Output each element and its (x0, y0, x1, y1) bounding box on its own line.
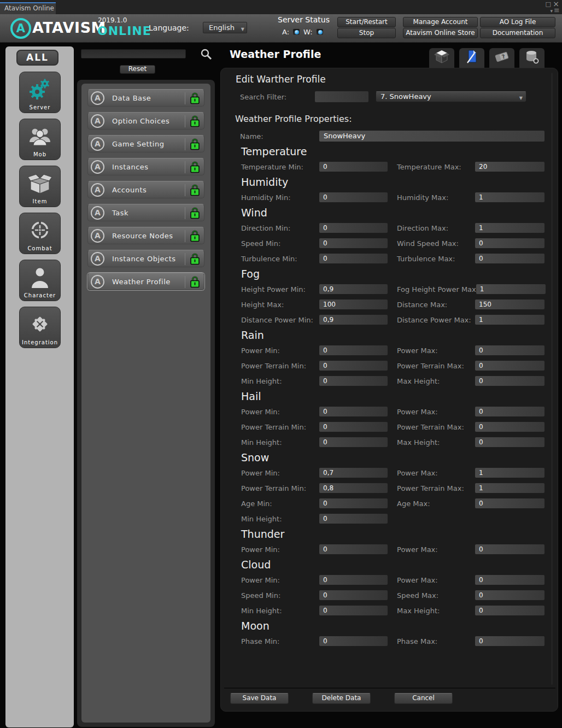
field-input[interactable]: 1 (475, 468, 545, 478)
module-item[interactable]: AInstance Objects (87, 250, 204, 267)
save-data-button[interactable]: Save Data (230, 693, 289, 704)
properties-title: Weather Profile Properties: (235, 114, 352, 124)
field-input[interactable]: 1 (475, 483, 545, 493)
sidebar-item-combat[interactable]: Combat (19, 213, 61, 254)
chevron-down-icon[interactable] (550, 7, 553, 14)
field-input[interactable]: 0 (319, 575, 388, 585)
sidebar-item-integration[interactable]: Integration (19, 307, 61, 348)
field-input[interactable]: 0 (475, 238, 545, 248)
tab-edit[interactable] (459, 48, 484, 68)
field-input[interactable]: 0 (319, 254, 388, 263)
field-input[interactable]: 0 (475, 544, 545, 554)
indicator-w-light[interactable] (316, 28, 324, 36)
field-input[interactable]: 0,9 (319, 284, 388, 294)
profile-select[interactable]: 7. SnowHeavy (376, 91, 526, 102)
field-input[interactable]: 0 (319, 162, 388, 172)
field-input[interactable]: 0 (319, 590, 388, 600)
field-input[interactable]: 0,7 (319, 468, 388, 478)
form-row: Power Min:0Power Max:0 (221, 343, 559, 358)
field-input[interactable]: 0 (475, 636, 545, 646)
module-item[interactable]: AInstances (87, 158, 204, 175)
sidebar-item-character[interactable]: Character (19, 260, 61, 301)
module-item[interactable]: AResource Nodes (87, 227, 204, 244)
field-input[interactable]: 0,8 (319, 483, 388, 493)
tab-data[interactable] (519, 48, 545, 68)
tab-create[interactable] (429, 48, 454, 68)
module-item[interactable]: ATask (87, 204, 204, 221)
stop-button[interactable]: Stop (337, 28, 396, 38)
module-item[interactable]: AGame Setting (87, 135, 204, 152)
field-input[interactable]: 0 (319, 238, 388, 248)
module-item[interactable]: AAccounts (87, 181, 204, 198)
field-input[interactable]: 0 (319, 407, 388, 416)
lock-icon (190, 253, 200, 265)
field-input[interactable]: 0 (475, 361, 545, 371)
start-restart-button[interactable]: Start/Restart (337, 17, 396, 27)
store-button[interactable]: Atavism Online Store (403, 28, 478, 38)
all-categories-button[interactable]: ALL (16, 50, 58, 66)
module-item[interactable]: AData Base (87, 89, 204, 107)
field-input[interactable]: 0 (319, 636, 388, 646)
field-input[interactable]: 0 (319, 498, 388, 508)
field-input[interactable]: 0 (475, 575, 545, 585)
hamburger-menu-icon[interactable] (554, 6, 560, 14)
documentation-button[interactable]: Documentation (480, 28, 555, 38)
language-select[interactable]: English (203, 22, 247, 33)
field-input[interactable]: 0 (475, 407, 545, 416)
divider (185, 230, 185, 242)
name-input[interactable]: SnowHeavy (319, 131, 545, 142)
field-input[interactable]: 0 (319, 361, 388, 371)
section-title: Fog (241, 266, 559, 281)
field-input[interactable]: 0 (475, 422, 545, 432)
divider (185, 92, 185, 104)
lock-icon (190, 276, 200, 288)
field-input[interactable]: 0 (319, 192, 388, 202)
field-input[interactable]: 0 (475, 590, 545, 600)
module-item-label: Game Setting (112, 140, 164, 148)
field-input[interactable]: 0 (475, 437, 545, 447)
field-input[interactable]: 100 (319, 300, 388, 309)
scrollbar[interactable] (551, 73, 553, 685)
indicator-a-light[interactable] (292, 28, 300, 36)
field-input[interactable]: 0 (319, 345, 388, 355)
field-input[interactable]: 0 (475, 498, 545, 508)
field-input[interactable]: 0 (475, 376, 545, 386)
field-input[interactable]: 150 (475, 300, 545, 309)
search-filter-input[interactable] (315, 91, 368, 102)
field-label: Turbulence Min: (241, 255, 319, 263)
header: A ATAVISM 2019.1.0 ONLINE Language: Engl… (0, 14, 562, 43)
field-input[interactable]: 0 (475, 606, 545, 615)
field-input[interactable]: 0 (319, 437, 388, 447)
form-row: Speed Min:0Wind Speed Max:0 (221, 236, 559, 251)
field-input[interactable]: 0 (475, 254, 545, 263)
log-file-button[interactable]: AO Log File (480, 17, 555, 27)
field-input[interactable]: 0 (319, 376, 388, 386)
field-input[interactable]: 0 (319, 514, 388, 524)
field-input[interactable]: 20 (475, 162, 545, 172)
field-input[interactable]: 0 (319, 544, 388, 554)
module-item[interactable]: AWeather Profile (87, 273, 204, 290)
field-input[interactable]: 1 (475, 315, 545, 325)
manage-account-button[interactable]: Manage Account (403, 17, 478, 27)
tab-help[interactable]: ? (489, 48, 514, 68)
sidebar-item-server[interactable]: Server (19, 72, 61, 113)
cancel-button[interactable]: Cancel (394, 693, 453, 704)
field-input[interactable]: 0 (475, 345, 545, 355)
atavism-logo-icon: A (91, 137, 104, 151)
module-search-input[interactable] (81, 49, 186, 58)
module-item[interactable]: AOption Choices (87, 112, 204, 130)
field-input[interactable]: 0 (319, 223, 388, 233)
delete-data-button[interactable]: Delete Data (312, 693, 371, 704)
field-input[interactable]: 0,9 (319, 315, 388, 325)
field-input[interactable]: 0 (319, 606, 388, 615)
field-input[interactable]: 0 (319, 422, 388, 432)
field-input[interactable]: 1 (475, 223, 545, 233)
sidebar-item-mob[interactable]: Mob (19, 119, 61, 160)
field-label: Power Max: (397, 545, 475, 554)
field-input[interactable]: 1 (475, 192, 545, 202)
field-input[interactable]: 1 (476, 284, 546, 294)
sidebar-item-item[interactable]: Item (19, 166, 61, 207)
reset-button[interactable]: Reset (120, 65, 155, 74)
window-tab[interactable]: Atavism Online (0, 2, 56, 14)
form-row: Direction Min:0Direction Max:1 (221, 220, 559, 236)
